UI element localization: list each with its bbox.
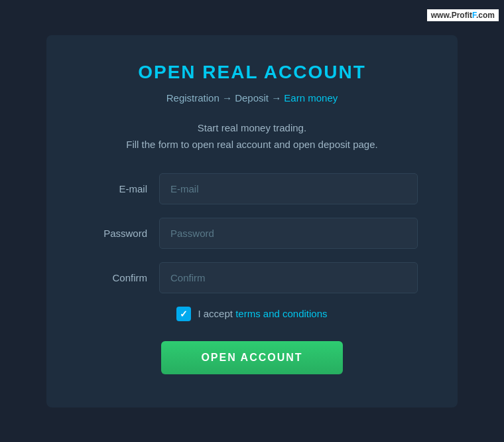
description: Start real money trading. Fill the form … (126, 119, 377, 153)
subtitle-static: Registration → Deposit → (166, 92, 284, 104)
terms-link[interactable]: terms and conditions (235, 308, 327, 319)
modal-container: OPEN REAL ACCOUNT Registration → Deposit… (46, 35, 458, 407)
email-group: E-mail (86, 173, 418, 204)
password-group: Password (86, 218, 418, 249)
watermark: www.ProfitF.com (427, 9, 499, 21)
email-input[interactable] (159, 173, 418, 204)
password-label: Password (86, 228, 159, 239)
confirm-input[interactable] (159, 262, 418, 293)
description-line2: Fill the form to open real account and o… (126, 136, 377, 153)
description-line1: Start real money trading. (126, 119, 377, 137)
open-account-button[interactable]: OPEN ACCOUNT (161, 341, 342, 374)
subtitle: Registration → Deposit → Earn money (166, 92, 338, 104)
terms-label: I accept terms and conditions (198, 308, 327, 319)
password-input[interactable] (159, 218, 418, 249)
confirm-label: Confirm (86, 272, 159, 283)
subtitle-earn: Earn money (284, 92, 338, 104)
terms-prefix: I accept (198, 308, 235, 319)
confirm-group: Confirm (86, 262, 418, 293)
terms-row: I accept terms and conditions (176, 307, 327, 321)
email-label: E-mail (86, 183, 159, 194)
terms-checkbox[interactable] (176, 307, 191, 321)
page-title: OPEN REAL ACCOUNT (138, 62, 366, 83)
